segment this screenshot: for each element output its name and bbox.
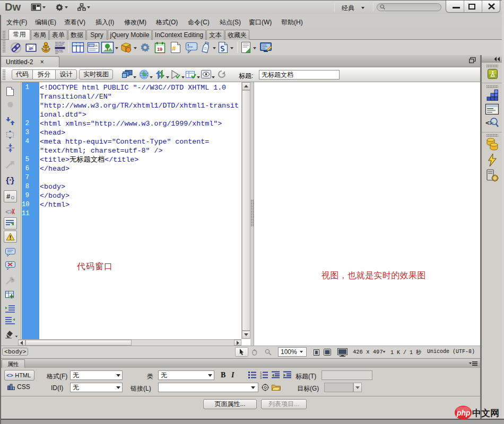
svg-text:!--: !-- [187, 43, 193, 49]
svg-text:3: 3 [260, 376, 262, 379]
svg-text:<>: <> [5, 209, 13, 216]
svg-text:#: # [172, 45, 176, 52]
svg-text:回: 回 [95, 44, 98, 48]
svg-text:php: php [456, 409, 471, 417]
svg-text:19: 19 [157, 47, 162, 52]
svg-text:中文网: 中文网 [472, 408, 499, 418]
svg-text:{}: {} [5, 176, 15, 186]
svg-text:#: # [6, 192, 11, 200]
